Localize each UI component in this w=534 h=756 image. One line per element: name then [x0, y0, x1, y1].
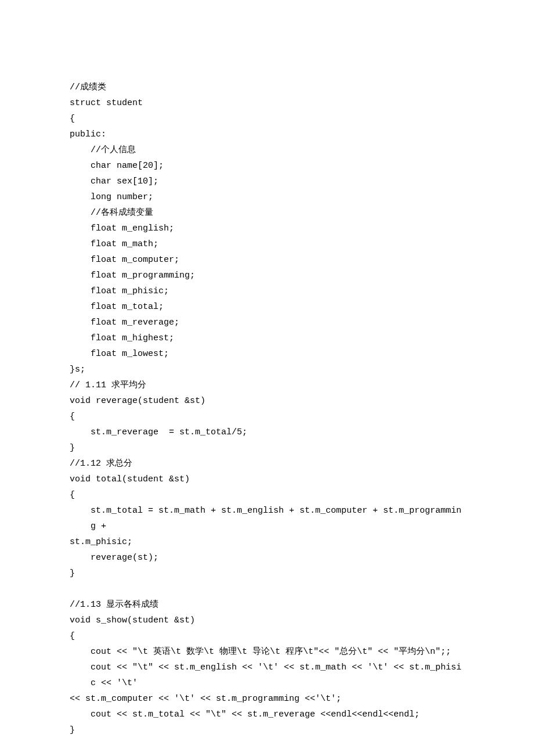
code-line: { — [70, 412, 75, 422]
code-line: { — [70, 490, 75, 500]
code-line: } — [70, 443, 75, 453]
code-line: // 1.11 求平均分 — [70, 380, 146, 390]
code-line: //成绩类 — [70, 82, 106, 92]
code-line: public: — [70, 129, 106, 139]
code-line: } — [70, 725, 75, 735]
code-line: } — [70, 568, 75, 578]
code-line: char name[20]; — [70, 158, 464, 174]
code-line: float m_english; — [70, 221, 464, 236]
code-line: float m_math; — [70, 236, 464, 252]
code-line: float m_phisic; — [70, 283, 464, 299]
code-line: reverage(st); — [70, 550, 464, 566]
code-line: float m_total; — [70, 299, 464, 315]
code-line: st.m_total = st.m_math + st.m_english + … — [70, 503, 464, 534]
code-line: void s_show(student &st) — [70, 615, 195, 625]
code-line: char sex[10]; — [70, 174, 464, 189]
code-line: cout << "\t 英语\t 数学\t 物理\t 导论\t 程序\t"<< … — [70, 644, 464, 660]
code-line: //个人信息 — [70, 142, 464, 158]
code-line: st.m_reverage = st.m_total/5; — [70, 424, 464, 440]
code-line: cout << st.m_total << "\t" << st.m_rever… — [70, 707, 464, 722]
code-line: { — [70, 631, 75, 641]
code-line: float m_lowest; — [70, 346, 464, 362]
code-line: { — [70, 114, 75, 124]
code-line: cout << "\t" << st.m_english << '\t' << … — [70, 660, 464, 691]
code-line: //1.13 显示各科成绩 — [70, 600, 158, 610]
code-line: }s; — [70, 365, 85, 375]
code-line: //各科成绩变量 — [70, 205, 464, 221]
code-line: float m_highest; — [70, 330, 464, 346]
code-line: float m_computer; — [70, 252, 464, 268]
code-document: //成绩类 struct student { public: //个人信息cha… — [0, 0, 534, 756]
code-line: struct student — [70, 98, 143, 108]
code-line: float m_programming; — [70, 268, 464, 283]
code-line: void total(student &st) — [70, 474, 190, 484]
code-line: st.m_phisic; — [70, 537, 132, 547]
code-line: //1.12 求总分 — [70, 459, 132, 469]
code-line: << st.m_computer << '\t' << st.m_program… — [70, 694, 341, 704]
code-line: void reverage(student &st) — [70, 396, 205, 406]
code-line: long number; — [70, 189, 464, 205]
code-line: float m_reverage; — [70, 315, 464, 330]
